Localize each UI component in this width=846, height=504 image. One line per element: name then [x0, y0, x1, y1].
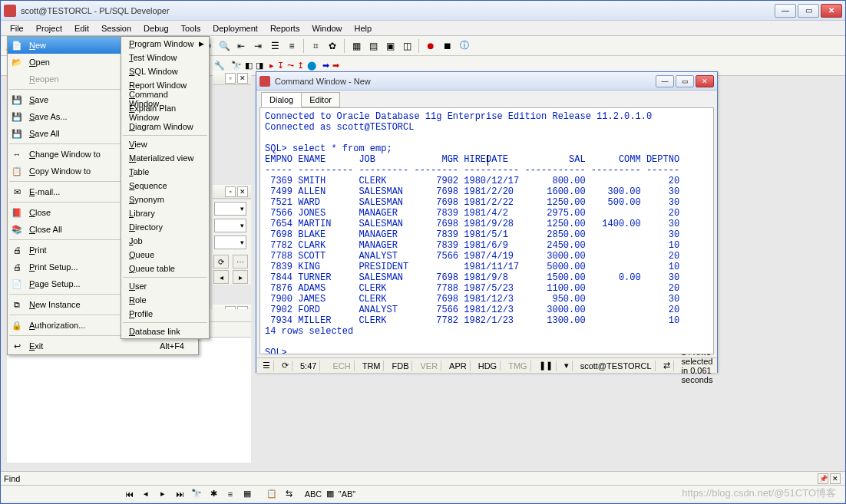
menu-session[interactable]: Session	[95, 22, 137, 35]
help-icon[interactable]: ⓘ	[458, 39, 471, 53]
obj-more-icon[interactable]: ⋯	[233, 255, 248, 268]
step-out-icon[interactable]: ↥	[297, 61, 304, 71]
status-scroll-icon: ☰	[259, 361, 274, 371]
step-into-icon[interactable]: ↧	[277, 61, 284, 71]
new-submenu-user[interactable]: User	[121, 279, 209, 293]
new-submenu-explain-plan-window[interactable]: Explain Plan Window	[121, 106, 209, 120]
new-submenu-sequence[interactable]: Sequence	[121, 179, 209, 193]
menu-project[interactable]: Project	[30, 22, 68, 35]
binoculars-icon[interactable]: 🔭	[231, 61, 242, 71]
toggle-breakpoint-icon[interactable]: ⬤	[307, 61, 316, 71]
sql-window-icon[interactable]: ▦	[349, 39, 363, 53]
toolbar-btn-a[interactable]: ☰	[268, 39, 282, 53]
menu-tools[interactable]: Tools	[175, 22, 207, 35]
indent-right-icon[interactable]: ⇥	[251, 39, 265, 53]
menu-file[interactable]: File	[4, 22, 30, 35]
cmd-close-button[interactable]: ✕	[696, 75, 714, 87]
regex-icon[interactable]: ✱	[207, 487, 220, 501]
cmd-title: Command Window - New	[275, 77, 654, 86]
find-label: Find	[4, 474, 20, 483]
findbar-pin-icon[interactable]: 📌	[818, 473, 828, 484]
new-submenu-queue-table[interactable]: Queue table	[121, 262, 209, 275]
obj-tree-icon[interactable]: ◂	[213, 270, 229, 284]
menu-debug[interactable]: Debug	[137, 22, 174, 35]
dbg-btn2[interactable]: ◨	[256, 61, 263, 71]
pin-icon[interactable]: ✕	[237, 73, 248, 84]
menu-window[interactable]: Window	[306, 22, 348, 35]
new-submenu: Program Window▶Test WindowSQL WindowRepo…	[121, 36, 210, 339]
mark-icon[interactable]: ▩	[323, 487, 337, 501]
new-submenu-materialized-view[interactable]: Materialized view	[121, 151, 209, 165]
report-window-icon[interactable]: ▤	[366, 39, 380, 53]
menu-help[interactable]: Help	[349, 22, 378, 35]
case-sensitive-icon[interactable]: ABC	[306, 487, 320, 501]
maximize-button[interactable]: ▭	[798, 4, 819, 18]
binoculars-icon-2[interactable]: 🔭	[190, 487, 203, 501]
findbar-close-icon[interactable]: ✕	[830, 473, 841, 484]
new-submenu-sql-window[interactable]: SQL Window	[121, 64, 209, 78]
new-submenu-synonym[interactable]: Synonym	[121, 193, 209, 206]
quote-icon[interactable]: "AB"	[340, 487, 354, 501]
debug-run-icon[interactable]: ▸	[269, 61, 274, 71]
toolbar-btn-c[interactable]: ⏹	[441, 39, 454, 53]
explain-icon[interactable]: ⌗	[309, 39, 322, 53]
obj-tree2-icon[interactable]: ▸	[233, 270, 248, 284]
app-icon	[4, 5, 16, 17]
status-link-icon: ⇄	[660, 361, 674, 371]
tab-editor[interactable]: Editor	[301, 92, 340, 107]
toolbar-btn-b[interactable]: ≡	[285, 39, 299, 53]
new-submenu-role[interactable]: Role	[121, 293, 209, 307]
new-submenu-job[interactable]: Job	[121, 234, 209, 248]
cmd-maximize-button[interactable]: ▭	[676, 75, 694, 87]
obj-refresh-icon[interactable]: ⟳	[213, 255, 229, 268]
new-submenu-library[interactable]: Library	[121, 206, 209, 220]
detach-icon-2[interactable]: ▫	[225, 186, 236, 197]
new-submenu-test-window[interactable]: Test Window	[121, 51, 209, 64]
arrow-right-2-icon[interactable]: ➡	[332, 61, 339, 71]
wrench-icon[interactable]: 🔧	[214, 61, 225, 71]
new-submenu-table[interactable]: Table	[121, 165, 209, 179]
beautify-icon[interactable]: ✿	[326, 39, 339, 53]
replace-icon[interactable]: ⇆	[282, 487, 296, 501]
object-type-combo[interactable]: ▾	[214, 202, 246, 216]
new-submenu-queue[interactable]: Queue	[121, 248, 209, 262]
file-menu-exit[interactable]: ↩ExitAlt+F4	[8, 338, 198, 354]
minimize-button[interactable]: —	[775, 4, 796, 18]
macro-record-icon[interactable]: ⏺	[424, 39, 438, 53]
cmd-titlebar[interactable]: Command Window - New — ▭ ✕	[256, 72, 717, 91]
new-submenu-directory[interactable]: Directory	[121, 220, 209, 234]
cmd-window-icon[interactable]: ▣	[383, 39, 397, 53]
clipboard-icon[interactable]: 📋	[265, 487, 279, 501]
list-icon[interactable]: ≡	[223, 487, 237, 501]
step-over-icon[interactable]: ⤳	[287, 61, 294, 71]
whole-word-icon[interactable]: ▦	[240, 487, 254, 501]
find-icon[interactable]: 🔍	[217, 39, 231, 53]
status-refresh-icon[interactable]: ⟳	[279, 361, 292, 371]
indent-left-icon[interactable]: ⇤	[234, 39, 248, 53]
detach-icon[interactable]: ▫	[225, 73, 236, 84]
new-submenu-database-link[interactable]: Database link	[121, 324, 209, 338]
status-dropdown-icon[interactable]: ▾	[561, 361, 573, 371]
dbg-btn1[interactable]: ◧	[245, 61, 253, 71]
new-submenu-program-window[interactable]: Program Window▶	[121, 37, 209, 51]
nav-first-icon[interactable]: ⏮	[122, 487, 136, 501]
diagram-icon[interactable]: ◫	[400, 39, 414, 53]
arrow-right-icon[interactable]: ➡	[322, 61, 329, 71]
menu-reports[interactable]: Reports	[264, 22, 306, 35]
new-submenu-diagram-window[interactable]: Diagram Window	[121, 120, 209, 133]
new-submenu-view[interactable]: View	[121, 137, 209, 151]
close-button[interactable]: ✕	[821, 4, 842, 18]
nav-next-icon[interactable]: ▸	[156, 487, 170, 501]
menu-edit[interactable]: Edit	[68, 22, 95, 35]
new-submenu-profile[interactable]: Profile	[121, 307, 209, 321]
menu-deployment[interactable]: Deployment	[207, 22, 264, 35]
pin-icon-2[interactable]: ✕	[237, 186, 248, 197]
nav-prev-icon[interactable]: ◂	[139, 487, 153, 501]
object-filter-combo[interactable]: ▾	[214, 219, 246, 232]
cmd-output[interactable]: Connected to Oracle Database 11g Enterpr…	[259, 107, 714, 354]
status-pause-icon[interactable]: ❚❚	[536, 361, 557, 371]
object-owner-combo[interactable]: ▾	[214, 236, 246, 249]
nav-last-icon[interactable]: ⏭	[173, 487, 187, 501]
cmd-minimize-button[interactable]: —	[656, 75, 674, 87]
tab-dialog[interactable]: Dialog	[261, 92, 302, 107]
